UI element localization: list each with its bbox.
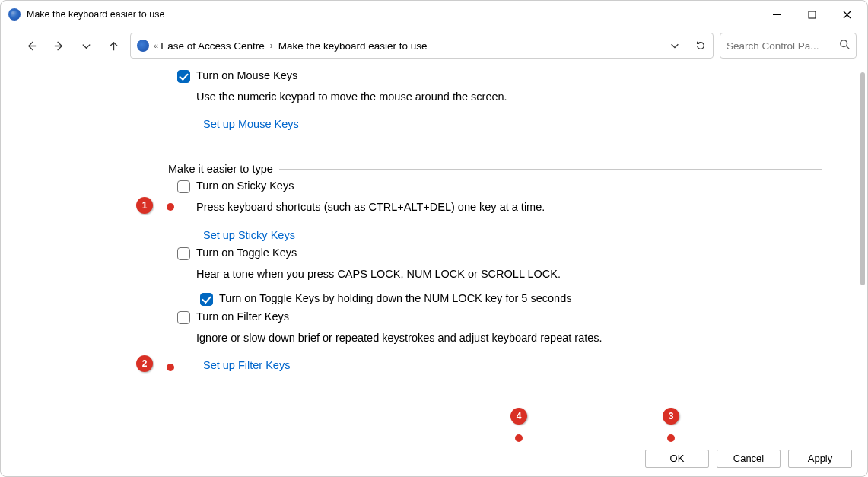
toggle-keys-hold-label: Turn on Toggle Keys by holding down the … bbox=[219, 292, 571, 304]
toggle-keys-desc: Hear a tone when you press CAPS LOCK, NU… bbox=[196, 266, 822, 281]
back-button[interactable] bbox=[21, 35, 42, 56]
section-make-easier-to-type: Make it easier to type bbox=[168, 163, 822, 175]
ok-button[interactable]: OK bbox=[645, 450, 709, 468]
sticky-keys-label: Turn on Sticky Keys bbox=[196, 180, 294, 192]
toggle-keys-hold-checkbox[interactable] bbox=[200, 293, 213, 306]
mouse-keys-label: Turn on Mouse Keys bbox=[196, 69, 297, 81]
forward-button[interactable] bbox=[48, 35, 69, 56]
callout-3: 3 bbox=[663, 408, 679, 425]
section-rule bbox=[279, 169, 822, 170]
search-input[interactable] bbox=[727, 40, 839, 52]
breadcrumb-overflow-icon[interactable]: « bbox=[154, 41, 156, 50]
svg-point-7 bbox=[841, 40, 847, 47]
filter-keys-setup-link[interactable]: Set up Filter Keys bbox=[203, 359, 290, 371]
callout-1-dot bbox=[167, 203, 174, 211]
toggle-keys-hold-row: Turn on Toggle Keys by holding down the … bbox=[200, 292, 822, 306]
mouse-keys-checkbox[interactable] bbox=[177, 70, 190, 83]
scrollbar[interactable] bbox=[860, 72, 865, 285]
control-panel-icon bbox=[137, 40, 149, 52]
sticky-keys-row: Turn on Sticky Keys bbox=[177, 180, 822, 193]
svg-rect-1 bbox=[809, 11, 816, 18]
breadcrumb-leaf[interactable]: Make the keyboard easier to use bbox=[275, 39, 431, 53]
minimize-button[interactable] bbox=[759, 2, 794, 27]
breadcrumb-root[interactable]: Ease of Access Centre bbox=[157, 39, 268, 53]
search-box[interactable] bbox=[720, 33, 857, 59]
up-button[interactable] bbox=[103, 35, 124, 56]
sticky-keys-desc: Press keyboard shortcuts (such as CTRL+A… bbox=[196, 199, 822, 215]
address-bar[interactable]: « Ease of Access Centre › Make the keybo… bbox=[130, 33, 714, 59]
window-controls bbox=[759, 2, 864, 27]
toggle-keys-label: Turn on Toggle Keys bbox=[196, 246, 297, 259]
callout-4: 4 bbox=[510, 408, 527, 425]
recent-dropdown[interactable] bbox=[75, 35, 97, 56]
callout-3-dot bbox=[667, 434, 675, 442]
callout-2: 2 bbox=[136, 355, 153, 372]
toggle-keys-checkbox[interactable] bbox=[177, 247, 190, 260]
window-title: Make the keyboard easier to use bbox=[27, 9, 164, 20]
button-bar: OK Cancel Apply bbox=[1, 440, 867, 476]
cancel-button[interactable]: Cancel bbox=[717, 450, 781, 468]
section-legend-text: Make it easier to type bbox=[168, 163, 273, 175]
toggle-keys-row: Turn on Toggle Keys bbox=[177, 246, 822, 260]
chevron-right-icon: › bbox=[270, 40, 273, 51]
mouse-keys-setup-link[interactable]: Set up Mouse Keys bbox=[203, 118, 299, 130]
filter-keys-desc: Ignore or slow down brief or repeated ke… bbox=[196, 330, 822, 345]
filter-keys-checkbox[interactable] bbox=[177, 311, 190, 324]
close-button[interactable] bbox=[829, 2, 864, 27]
titlebar: Make the keyboard easier to use bbox=[1, 1, 867, 28]
apply-button[interactable]: Apply bbox=[788, 450, 852, 468]
svg-line-8 bbox=[847, 46, 850, 49]
sticky-keys-setup-link[interactable]: Set up Sticky Keys bbox=[203, 229, 295, 241]
search-icon[interactable] bbox=[839, 39, 850, 52]
filter-keys-row: Turn on Filter Keys bbox=[177, 310, 822, 324]
callout-4-dot bbox=[515, 434, 523, 442]
app-icon bbox=[8, 8, 21, 21]
refresh-button[interactable] bbox=[693, 35, 708, 56]
sticky-keys-checkbox[interactable] bbox=[177, 180, 190, 193]
mouse-keys-desc: Use the numeric keypad to move the mouse… bbox=[196, 89, 822, 104]
address-dropdown[interactable] bbox=[667, 35, 682, 56]
mouse-keys-row: Turn on Mouse Keys bbox=[177, 69, 822, 83]
maximize-button[interactable] bbox=[794, 2, 829, 27]
callout-1: 1 bbox=[136, 197, 153, 214]
callout-2-dot bbox=[167, 364, 174, 371]
nav-row: « Ease of Access Centre › Make the keybo… bbox=[1, 28, 867, 65]
filter-keys-label: Turn on Filter Keys bbox=[196, 310, 289, 323]
content-area: Turn on Mouse Keys Use the numeric keypa… bbox=[1, 65, 867, 440]
